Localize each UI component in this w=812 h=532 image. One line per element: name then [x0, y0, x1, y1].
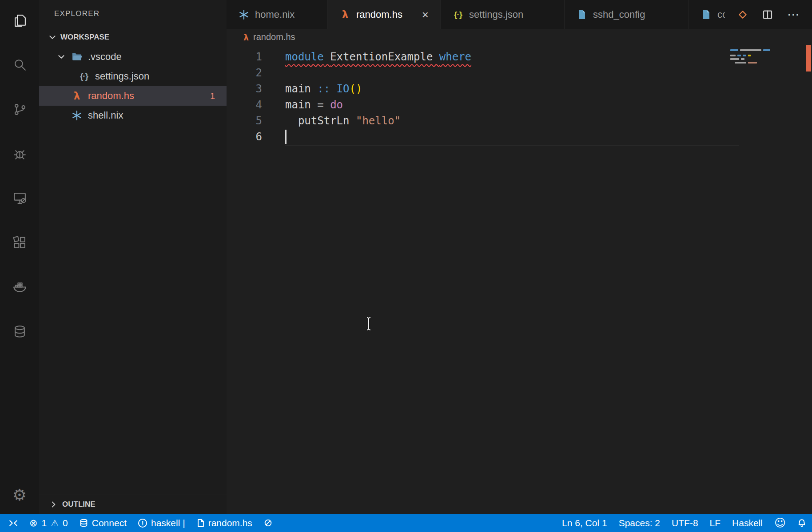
active-file-label: random.hs	[208, 518, 252, 528]
workspace-section-header[interactable]: WORKSPASE	[39, 28, 227, 47]
file-label: settings.json	[95, 71, 149, 82]
docker-icon[interactable]	[9, 276, 30, 298]
error-icon: ⊗	[29, 518, 37, 528]
tree-item-shell-nix[interactable]: shell.nix	[39, 106, 227, 125]
activity-bar: ⚙	[0, 0, 39, 514]
haskell-status[interactable]: ! haskell |	[132, 514, 191, 532]
tree-item-settings-json[interactable]: {·} settings.json	[39, 67, 227, 86]
error-count: 1	[41, 518, 47, 528]
breadcrumb[interactable]: λ random.hs	[227, 29, 812, 45]
warning-icon: ⚠	[51, 519, 59, 528]
extensions-icon[interactable]	[9, 232, 30, 253]
screw-icon	[264, 519, 272, 527]
manage-gear-icon[interactable]: ⚙	[9, 484, 30, 506]
remote-explorer-icon[interactable]	[9, 187, 30, 209]
editor-actions: ⋯	[725, 0, 812, 29]
json-icon: {·}	[452, 10, 464, 20]
close-icon[interactable]: ×	[422, 9, 429, 20]
json-icon: {·}	[78, 71, 90, 81]
file-icon	[197, 519, 204, 528]
more-actions-icon[interactable]: ⋯	[787, 12, 800, 18]
active-file-status[interactable]: random.hs	[191, 514, 258, 532]
workspace-section-label: WORKSPASE	[60, 33, 109, 42]
file-label: random.hs	[88, 90, 134, 102]
tab-random-hs[interactable]: λ random.hs ×	[328, 0, 441, 29]
tab-bar: home.nix λ random.hs × {·} settings.json…	[227, 0, 812, 29]
line-number: 4	[227, 97, 262, 113]
search-icon[interactable]	[9, 54, 30, 75]
editor-group: home.nix λ random.hs × {·} settings.json…	[227, 0, 812, 514]
tab-label: random.hs	[356, 9, 402, 20]
problems-indicator[interactable]: ⊗ 1 ⚠ 0	[24, 514, 74, 532]
file-label: shell.nix	[88, 110, 123, 121]
error-count-badge: 1	[210, 91, 215, 101]
tab-label: settings.json	[469, 9, 523, 20]
code-line-5: 5 putStrLn "hello"	[227, 113, 812, 129]
feedback-smiley-icon[interactable]: ☺	[768, 514, 792, 532]
notifications-bell-icon[interactable]	[792, 514, 812, 532]
haskell-icon: λ	[243, 32, 249, 42]
line-number: 2	[227, 65, 262, 81]
text-cursor-ibeam	[364, 317, 373, 333]
language-mode[interactable]: Haskell	[726, 514, 768, 532]
compare-changes-icon[interactable]	[737, 9, 748, 20]
remote-indicator[interactable]	[0, 514, 24, 532]
database-icon	[80, 519, 88, 527]
status-right: Ln 6, Col 1 Spaces: 2 UTF-8 LF Haskell ☺	[553, 514, 812, 532]
code-line-3: 3 main :: IO()	[227, 81, 812, 97]
code-line-6: 6	[227, 129, 812, 145]
file-tree: .vscode {·} settings.json λ random.hs 1 …	[39, 47, 227, 125]
line-number: 3	[227, 81, 262, 97]
encoding-setting[interactable]: UTF-8	[666, 514, 704, 532]
warning-count: 0	[63, 518, 68, 528]
tab-sshd-config[interactable]: sshd_config	[565, 0, 689, 29]
nix-icon	[238, 9, 250, 20]
file-icon	[576, 9, 588, 20]
code-area: 1 module ExtentionExample where 2 3 main…	[227, 49, 812, 145]
vscode-window: { "colors": { "status_bar_bg": "#0078d4"…	[0, 0, 812, 532]
line-number: 5	[227, 113, 262, 129]
indentation-setting[interactable]: Spaces: 2	[613, 514, 666, 532]
folder-open-icon	[71, 52, 83, 61]
chevron-down-icon	[48, 33, 57, 42]
source-control-icon[interactable]	[9, 99, 30, 120]
connect-label: Connect	[92, 518, 127, 528]
connect-button[interactable]: Connect	[74, 514, 132, 532]
file-label: .vscode	[88, 51, 122, 63]
tree-item-vscode-folder[interactable]: .vscode	[39, 47, 227, 67]
code-line-1: 1 module ExtentionExample where	[227, 49, 812, 65]
screw-indicator[interactable]	[258, 514, 278, 532]
cursor-position[interactable]: Ln 6, Col 1	[553, 514, 613, 532]
explorer-sidebar: EXPLORER WORKSPASE .vscode {·} settings.…	[39, 0, 227, 514]
overview-ruler-error-mark	[806, 45, 811, 71]
tab-label: home.nix	[255, 9, 295, 20]
status-bar: ⊗ 1 ⚠ 0 Connect ! haskell | random.hs Ln…	[0, 514, 812, 532]
nix-icon	[71, 110, 83, 121]
tab-home-nix[interactable]: home.nix	[227, 0, 328, 29]
code-line-2: 2	[227, 65, 812, 81]
tree-item-random-hs[interactable]: λ random.hs 1	[39, 86, 227, 106]
tab-settings-json[interactable]: {·} settings.json	[441, 0, 565, 29]
tab-label: sshd_config	[593, 9, 645, 20]
split-editor-icon[interactable]	[762, 9, 773, 20]
status-exclamation-icon: !	[138, 519, 147, 528]
explorer-icon[interactable]	[9, 10, 30, 31]
minimap[interactable]	[730, 49, 784, 65]
outline-section-header[interactable]: OUTLINE	[39, 495, 227, 514]
haskell-status-label: haskell |	[151, 518, 185, 528]
outline-label: OUTLINE	[62, 500, 96, 509]
status-left: ⊗ 1 ⚠ 0 Connect ! haskell | random.hs	[0, 514, 278, 532]
chevron-right-icon	[49, 500, 58, 509]
database-icon[interactable]	[9, 321, 30, 342]
code-line-4: 4 main = do	[227, 97, 812, 113]
breadcrumb-file: random.hs	[253, 32, 295, 42]
gear-glyph: ⚙	[12, 487, 27, 503]
remote-icon	[9, 519, 18, 527]
haskell-icon: λ	[339, 9, 351, 20]
file-icon	[701, 9, 712, 20]
line-number: 1	[227, 49, 262, 65]
run-debug-icon[interactable]	[9, 143, 30, 164]
code-editor[interactable]: 1 module ExtentionExample where 2 3 main…	[227, 45, 812, 514]
eol-setting[interactable]: LF	[704, 514, 727, 532]
text-caret	[285, 130, 287, 144]
